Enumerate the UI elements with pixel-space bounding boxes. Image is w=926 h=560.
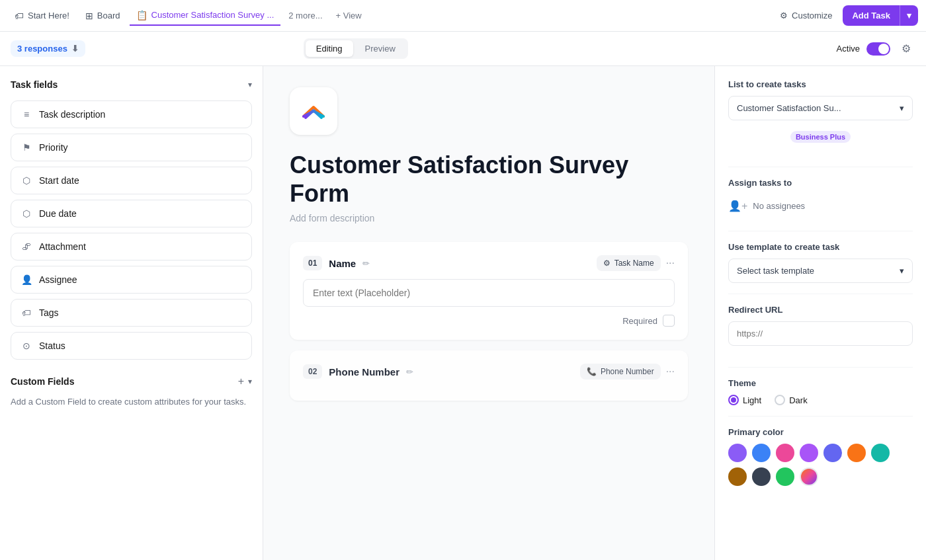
nav-add-view[interactable]: + View	[331, 7, 367, 24]
template-select-dropdown[interactable]: Select task template ▾	[728, 259, 913, 283]
field-more-dots[interactable]: ···	[666, 257, 675, 269]
nav-tab-start-label: Start Here!	[28, 11, 69, 20]
theme-dark-label: Dark	[789, 395, 807, 405]
nav-tab-board[interactable]: ⊞ Board	[79, 7, 127, 25]
field-item-assignee[interactable]: 👤 Assignee	[11, 266, 252, 294]
download-icon[interactable]: ⬇	[71, 44, 79, 54]
theme-dark-radio[interactable]	[775, 395, 785, 405]
editing-toggle-btn[interactable]: Editing	[306, 40, 353, 57]
active-section: Active ⚙	[837, 40, 915, 58]
sub-toolbar: 3 responses ⬇ Editing Preview Active ⚙	[0, 32, 926, 66]
field-item-attachment[interactable]: 🖇 Attachment	[11, 233, 252, 260]
list-section-title: List to create tasks	[728, 79, 913, 89]
assignee-icon: 👤	[21, 274, 32, 285]
required-checkbox[interactable]	[663, 315, 675, 327]
business-plus-badge: Business Plus	[790, 131, 851, 143]
add-task-dropdown-arrow[interactable]: ▾	[900, 5, 918, 26]
color-violet[interactable]	[800, 444, 818, 462]
task-desc-label: Task description	[39, 109, 105, 120]
responses-badge: 3 responses ⬇	[11, 40, 85, 57]
priority-label: Priority	[39, 142, 68, 153]
due-date-label: Due date	[39, 208, 77, 219]
form-title: Customer Satisfaction Survey Form	[290, 151, 688, 208]
custom-fields-actions: + ▾	[238, 376, 252, 387]
field-item-priority[interactable]: ⚑ Priority	[11, 134, 252, 161]
theme-light-radio[interactable]	[728, 395, 739, 405]
field-number-02: 02	[303, 364, 322, 379]
nav-tab-survey[interactable]: 📋 Customer Satisfaction Survey ...	[130, 6, 281, 26]
field-header-phone-left: 02 Phone Number ✏	[303, 364, 413, 379]
customize-gear-icon: ⚙	[780, 11, 788, 20]
no-assignees-row[interactable]: 👤+ No assignees	[728, 194, 913, 218]
field-item-start-date[interactable]: ⬡ Start date	[11, 167, 252, 194]
color-teal[interactable]	[871, 444, 890, 462]
clickup-logo	[300, 98, 327, 124]
field-item-task-description[interactable]: ≡ Task description	[11, 100, 252, 128]
board-icon: ⊞	[85, 11, 93, 21]
color-brown[interactable]	[728, 467, 747, 486]
center-content: Customer Satisfaction Survey Form Add fo…	[263, 66, 714, 560]
template-select-placeholder: Select task template	[737, 266, 814, 276]
field-input-name[interactable]	[303, 279, 675, 307]
add-task-button[interactable]: Add Task ▾	[843, 5, 918, 26]
field-phone-edit-icon[interactable]: ✏	[406, 367, 413, 377]
form-description-placeholder[interactable]: Add form description	[290, 213, 688, 223]
top-nav: 🏷 Start Here! ⊞ Board 📋 Customer Satisfa…	[0, 0, 926, 32]
theme-light-radio-inner	[731, 397, 736, 403]
custom-fields-title: Custom Fields	[11, 376, 74, 387]
tags-icon: 🏷	[21, 307, 32, 318]
customize-button[interactable]: ⚙ Customize	[772, 7, 840, 24]
field-item-status[interactable]: ⊙ Status	[11, 332, 252, 360]
status-label: Status	[39, 340, 65, 351]
color-indigo[interactable]	[823, 444, 842, 462]
assign-tasks-section: Assign tasks to 👤+ No assignees	[728, 178, 913, 218]
redirect-url-input[interactable]	[728, 321, 913, 346]
field-item-due-date[interactable]: ⬡ Due date	[11, 200, 252, 227]
task-fields-chevron-icon[interactable]: ▾	[248, 80, 252, 89]
custom-fields-left: Custom Fields	[11, 376, 74, 387]
field-name-edit-icon[interactable]: ✏	[362, 259, 370, 268]
field-phone-more-dots[interactable]: ···	[666, 366, 675, 378]
color-purple[interactable]	[728, 444, 747, 462]
form-logo-box	[290, 87, 337, 135]
priority-icon: ⚑	[21, 142, 32, 153]
divider-1	[728, 167, 913, 167]
color-orange[interactable]	[847, 444, 866, 462]
add-task-label[interactable]: Add Task	[843, 5, 900, 26]
survey-icon: 📋	[136, 10, 147, 20]
field-header-phone-right: 📞 Phone Number ···	[580, 364, 675, 380]
theme-section: Theme Light Dark	[728, 378, 913, 405]
tags-label: Tags	[39, 307, 59, 318]
custom-fields-add-icon[interactable]: +	[238, 376, 244, 387]
list-select-dropdown[interactable]: Customer Satisfaction Su... ▾	[728, 96, 913, 120]
color-green[interactable]	[776, 467, 794, 486]
custom-fields-chevron-icon[interactable]: ▾	[248, 377, 252, 386]
color-dark-gray[interactable]	[752, 467, 771, 486]
nav-tab-start[interactable]: 🏷 Start Here!	[8, 7, 76, 25]
task-fields-title: Task fields	[11, 79, 58, 90]
active-toggle-switch[interactable]	[866, 42, 890, 56]
task-name-badge-label: Task Name	[614, 259, 654, 268]
field-header-name-right: ⚙ Task Name ···	[597, 255, 675, 271]
custom-fields-header: Custom Fields + ▾	[11, 373, 252, 390]
start-date-label: Start date	[39, 175, 79, 186]
nav-tab-survey-label: Customer Satisfaction Survey ...	[151, 10, 274, 20]
preview-toggle-btn[interactable]: Preview	[355, 40, 406, 57]
divider-2	[728, 231, 913, 231]
theme-light-option[interactable]: Light	[728, 395, 761, 405]
phone-badge-icon: 📞	[587, 367, 597, 376]
color-blue[interactable]	[752, 444, 771, 462]
color-pink[interactable]	[776, 444, 794, 462]
required-row-name: Required	[303, 315, 675, 327]
color-custom[interactable]	[800, 467, 818, 486]
start-date-icon: ⬡	[21, 175, 32, 186]
task-desc-icon: ≡	[21, 109, 32, 120]
theme-light-label: Light	[743, 395, 761, 405]
theme-dark-option[interactable]: Dark	[775, 395, 807, 405]
template-section-title: Use template to create task	[728, 242, 913, 252]
form-settings-gear-icon[interactable]: ⚙	[897, 40, 915, 58]
field-item-tags[interactable]: 🏷 Tags	[11, 299, 252, 327]
edit-preview-toggle: Editing Preview	[304, 38, 408, 59]
nav-more-tabs[interactable]: 2 more...	[283, 7, 327, 24]
theme-options: Light Dark	[728, 395, 913, 405]
